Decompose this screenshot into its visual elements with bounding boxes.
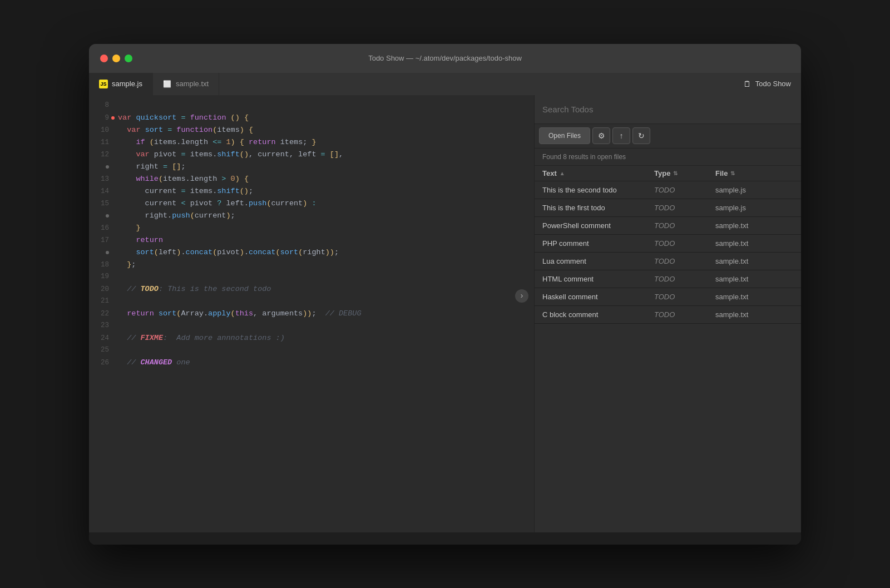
- window-title: Todo Show — ~/.atom/dev/packages/todo-sh…: [368, 54, 522, 62]
- th-file-label: File: [715, 169, 728, 177]
- sort-icon-type: ⇅: [673, 170, 678, 176]
- open-files-button[interactable]: Open Files: [539, 127, 590, 144]
- minimize-button[interactable]: [112, 55, 120, 62]
- close-button[interactable]: [100, 55, 108, 62]
- search-input[interactable]: [542, 105, 793, 114]
- table-row[interactable]: PHP comment TODO sample.txt: [535, 235, 801, 253]
- results-text: Found 8 results in open files: [542, 153, 626, 161]
- line-number-10: 10: [89, 125, 118, 136]
- row-3-text: PHP comment: [542, 239, 654, 248]
- code-line-8: 8: [89, 100, 534, 112]
- line-code-17: return: [118, 234, 534, 246]
- sort-icon-file: ⇅: [730, 170, 735, 176]
- row-6-text: Haskell comment: [542, 293, 654, 301]
- code-line-13: 13 while(items.length > 0) {: [89, 173, 534, 185]
- line-code-dot3: sort(left).concat(pivot).concat(sort(rig…: [118, 246, 534, 259]
- code-line-19: 19: [89, 271, 534, 283]
- line-code-22: return sort(Array.apply(this, arguments)…: [118, 308, 534, 320]
- line-code-dot1: right = [];: [118, 161, 534, 173]
- row-2-text: PowerShell comment: [542, 221, 654, 230]
- todo-table[interactable]: Text ▲ Type ⇅ File ⇅ This is the second …: [535, 166, 801, 532]
- line-number-14: 14: [89, 186, 118, 197]
- line-number-12: 12: [89, 149, 118, 160]
- tab-sample-txt[interactable]: ⬜ sample.txt: [153, 73, 219, 95]
- results-info: Found 8 results in open files: [535, 149, 801, 166]
- line-code-18: };: [118, 259, 534, 271]
- table-row[interactable]: HTML comment TODO sample.txt: [535, 270, 801, 288]
- table-row[interactable]: PowerShell comment TODO sample.txt: [535, 217, 801, 235]
- line-number-21: 21: [89, 295, 118, 307]
- refresh-icon: ↻: [638, 131, 645, 140]
- line-number-25: 25: [89, 344, 118, 355]
- search-bar: [535, 95, 801, 124]
- table-row[interactable]: C block comment TODO sample.txt: [535, 306, 801, 324]
- row-4-type: TODO: [654, 257, 715, 265]
- tab-todo-show[interactable]: 🗒 Todo Show: [733, 73, 801, 95]
- th-type[interactable]: Type ⇅: [654, 169, 715, 177]
- line-number-11: 11: [89, 137, 118, 148]
- tabbar: JS sample.js ⬜ sample.txt 🗒 Todo Show: [89, 73, 801, 95]
- row-2-file: sample.txt: [715, 221, 793, 230]
- table-row[interactable]: Lua comment TODO sample.txt: [535, 253, 801, 270]
- line-number-16: 16: [89, 223, 118, 234]
- table-row[interactable]: Haskell comment TODO sample.txt: [535, 288, 801, 306]
- refresh-button[interactable]: ↻: [632, 127, 650, 144]
- row-4-text: Lua comment: [542, 257, 654, 265]
- code-line-17: 17 return: [89, 234, 534, 246]
- code-line-25: 25: [89, 344, 534, 357]
- line-number-dot3: [89, 247, 118, 258]
- code-line-18: 18 };: [89, 259, 534, 271]
- line-number-23: 23: [89, 320, 118, 331]
- code-line-dot2: right.push(current);: [89, 210, 534, 222]
- code-line-21: 21: [89, 295, 534, 308]
- line-code-14: current = items.shift();: [118, 185, 534, 197]
- row-7-text: C block comment: [542, 310, 654, 319]
- row-1-file: sample.js: [715, 204, 793, 212]
- settings-button[interactable]: ⚙: [592, 127, 610, 144]
- row-6-file: sample.txt: [715, 293, 793, 301]
- row-1-type: TODO: [654, 204, 715, 212]
- table-header: Text ▲ Type ⇅ File ⇅: [535, 166, 801, 181]
- row-7-type: TODO: [654, 310, 715, 319]
- table-row[interactable]: This is the first todo TODO sample.js: [535, 199, 801, 217]
- dot-marker-3: [106, 251, 109, 254]
- line-number-8: 8: [89, 100, 118, 111]
- line-number-13: 13: [89, 174, 118, 185]
- upload-button[interactable]: ↑: [612, 127, 630, 144]
- line-number-22: 22: [89, 308, 118, 319]
- code-line-16: 16 }: [89, 222, 534, 234]
- line-code-9: var quicksort = function () {: [118, 112, 534, 124]
- line-number-18: 18: [89, 259, 118, 270]
- code-editor[interactable]: 8 9 var quicksort = function () { 10 var…: [89, 95, 534, 532]
- th-text[interactable]: Text ▲: [542, 169, 654, 177]
- code-line-10: 10 var sort = function(items) {: [89, 124, 534, 136]
- line-number-17: 17: [89, 235, 118, 246]
- upload-icon: ↑: [620, 131, 624, 140]
- main-content: 8 9 var quicksort = function () { 10 var…: [89, 95, 801, 532]
- code-line-23: 23: [89, 320, 534, 332]
- maximize-button[interactable]: [125, 55, 132, 62]
- table-row[interactable]: This is the second todo TODO sample.js: [535, 181, 801, 199]
- tab-sample-js[interactable]: JS sample.js: [89, 73, 153, 95]
- line-code-24: // FIXME: Add more annnotations :): [118, 332, 534, 344]
- th-text-label: Text: [542, 169, 557, 177]
- collapse-button[interactable]: ›: [515, 289, 528, 303]
- line-number-15: 15: [89, 198, 118, 209]
- dot-marker-1: [106, 165, 109, 169]
- tab-label-sample-txt: sample.txt: [176, 80, 209, 88]
- line-number-dot2: [89, 210, 118, 221]
- tab-label-sample-js: sample.js: [112, 80, 142, 88]
- th-file[interactable]: File ⇅: [715, 169, 793, 177]
- code-line-15: 15 current < pivot ? left.push(current) …: [89, 197, 534, 210]
- code-line-dot1: right = [];: [89, 161, 534, 173]
- titlebar: Todo Show — ~/.atom/dev/packages/todo-sh…: [89, 44, 801, 73]
- row-5-type: TODO: [654, 275, 715, 283]
- code-line-26: 26 // CHANGED one: [89, 357, 534, 369]
- row-3-type: TODO: [654, 239, 715, 248]
- line-code-13: while(items.length > 0) {: [118, 173, 534, 185]
- line-code-20: // TODO: This is the second todo: [118, 283, 534, 295]
- row-2-type: TODO: [654, 221, 715, 230]
- code-line-20: 20 // TODO: This is the second todo: [89, 283, 534, 295]
- row-5-file: sample.txt: [715, 275, 793, 283]
- gear-icon: ⚙: [598, 131, 605, 140]
